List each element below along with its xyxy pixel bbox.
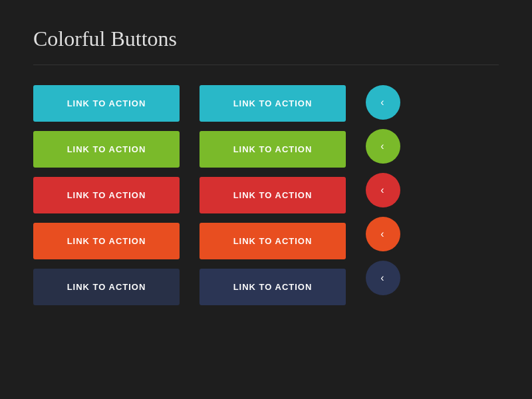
circle-btn-3[interactable]: ‹ bbox=[366, 173, 400, 207]
mid-btn-4[interactable]: LINK TO ACTION bbox=[200, 223, 346, 259]
chevron-left-icon: ‹ bbox=[380, 97, 384, 108]
circle-btn-5[interactable]: ‹ bbox=[366, 261, 400, 295]
circle-column: ‹ ‹ ‹ ‹ ‹ bbox=[366, 85, 400, 295]
divider bbox=[33, 65, 499, 65]
left-btn-4[interactable]: LINK TO ACTION bbox=[33, 223, 180, 259]
circle-btn-2[interactable]: ‹ bbox=[366, 129, 400, 164]
left-column: LINK TO ACTION LINK TO ACTION LINK TO AC… bbox=[33, 85, 180, 305]
mid-btn-3[interactable]: LINK TO ACTION bbox=[200, 177, 346, 213]
circle-btn-1[interactable]: ‹ bbox=[366, 85, 400, 120]
left-btn-1[interactable]: LINK TO ACTION bbox=[33, 85, 180, 122]
mid-btn-5[interactable]: LINK TO ACTION bbox=[200, 269, 346, 305]
page-title: Colorful Buttons bbox=[33, 27, 499, 51]
chevron-left-icon: ‹ bbox=[380, 185, 384, 196]
mid-btn-1[interactable]: LINK TO ACTION bbox=[200, 85, 346, 122]
left-btn-3[interactable]: LINK TO ACTION bbox=[33, 177, 180, 213]
chevron-left-icon: ‹ bbox=[380, 141, 384, 152]
buttons-grid: LINK TO ACTION LINK TO ACTION LINK TO AC… bbox=[33, 85, 499, 305]
chevron-left-icon: ‹ bbox=[380, 273, 384, 283]
mid-btn-2[interactable]: LINK TO ACTION bbox=[200, 131, 346, 168]
circle-btn-4[interactable]: ‹ bbox=[366, 217, 400, 251]
left-btn-2[interactable]: LINK TO ACTION bbox=[33, 131, 180, 168]
page-container: Colorful Buttons LINK TO ACTION LINK TO … bbox=[0, 0, 532, 399]
mid-column: LINK TO ACTION LINK TO ACTION LINK TO AC… bbox=[200, 85, 346, 305]
chevron-left-icon: ‹ bbox=[380, 229, 384, 239]
left-btn-5[interactable]: LINK TO ACTION bbox=[33, 269, 180, 305]
